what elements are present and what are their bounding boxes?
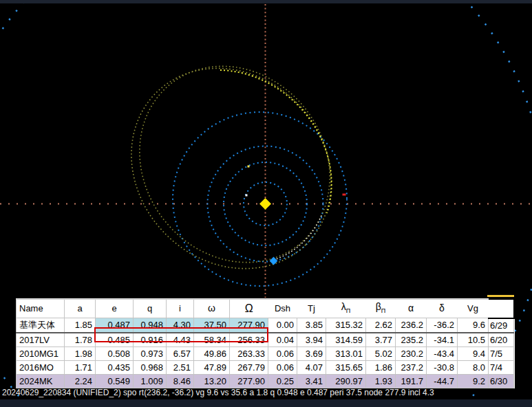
table-cell[interactable]: 3.94	[297, 333, 326, 347]
table-cell[interactable]: 49.86	[194, 346, 230, 360]
table-cell[interactable]: 6.57	[167, 346, 194, 360]
table-cell[interactable]: 10.5	[458, 333, 489, 347]
table-cell[interactable]: 0.973	[134, 346, 167, 360]
table-cell[interactable]: 3.41	[297, 374, 326, 388]
table-cell[interactable]: 277.90	[230, 374, 268, 388]
table-cell[interactable]: 0.485	[96, 333, 134, 347]
table-cell[interactable]: 1.71	[65, 360, 96, 374]
table-cell[interactable]: 9.4	[458, 346, 489, 360]
table-cell[interactable]: 0.549	[96, 374, 134, 388]
table-cell[interactable]: 0.06	[268, 346, 297, 360]
table-row: 基準天体1.850.4870.9484.3037.50277.900.003.8…	[17, 318, 514, 333]
orbit-elements-grid: Name a e q i ω Ω Dsh Tj λΠ βΠ α δ Vg	[16, 298, 515, 388]
col-header-omega-lower[interactable]: ω	[194, 299, 230, 318]
table-cell[interactable]: -44.7	[427, 374, 458, 388]
table-cell[interactable]: 0.25	[268, 374, 297, 388]
table-cell[interactable]: 2017LV	[17, 333, 65, 347]
table-cell[interactable]: 9.6	[458, 318, 489, 333]
table-cell[interactable]: 235.2	[396, 333, 427, 347]
table-cell[interactable]: 2024MK	[17, 374, 65, 388]
col-header-delta[interactable]: δ	[427, 299, 458, 318]
table-cell[interactable]: 230.2	[396, 346, 427, 360]
col-header-tj[interactable]: Tj	[297, 299, 326, 318]
table-cell[interactable]: -30.8	[427, 360, 458, 374]
table-cell[interactable]: 263.33	[230, 346, 268, 360]
col-header-vg[interactable]: Vg	[458, 299, 489, 318]
table-cell[interactable]: 7/5	[489, 346, 514, 360]
table-cell[interactable]: 2.51	[167, 360, 194, 374]
table-row: 2016MO1.710.4350.9682.5147.89267.790.064…	[17, 360, 514, 374]
table-cell[interactable]: 4.30	[167, 318, 194, 333]
table-cell[interactable]: 3.85	[297, 318, 326, 333]
table-cell[interactable]: -36.2	[427, 318, 458, 333]
col-header-beta-pi[interactable]: βΠ	[366, 299, 396, 318]
table-cell[interactable]: 237.2	[396, 360, 427, 374]
table-cell[interactable]: 314.59	[326, 333, 366, 347]
table-cell[interactable]: 4.43	[167, 333, 194, 347]
table-cell[interactable]: 1.78	[65, 333, 96, 347]
orbit-elements-table: Name a e q i ω Ω Dsh Tj λΠ βΠ α δ Vg	[16, 298, 513, 388]
table-cell[interactable]: 5.02	[366, 346, 396, 360]
table-cell[interactable]: 8.46	[167, 374, 194, 388]
table-cell[interactable]: 2.24	[65, 374, 96, 388]
status-bar: 20240629_220834 (UNIFIED_2) spo rt(236.2…	[0, 386, 532, 399]
table-cell[interactable]: 1.86	[366, 360, 396, 374]
table-cell[interactable]: 0.06	[268, 360, 297, 374]
table-cell[interactable]: 7/4	[489, 360, 514, 374]
table-body: 基準天体1.850.4870.9484.3037.50277.900.003.8…	[17, 318, 514, 388]
table-cell[interactable]: 3.69	[297, 346, 326, 360]
col-header-e[interactable]: e	[96, 299, 134, 318]
table-cell[interactable]: 315.65	[326, 360, 366, 374]
table-cell[interactable]: 0.508	[96, 346, 134, 360]
col-header-a[interactable]: a	[65, 299, 96, 318]
asteroid-orbit-2	[100, 28, 369, 301]
table-cell[interactable]: 37.50	[194, 318, 230, 333]
table-cell[interactable]: 256.33	[230, 333, 268, 347]
table-cell[interactable]: 2.62	[366, 318, 396, 333]
active-cell[interactable]	[489, 299, 514, 318]
table-cell[interactable]: 0.968	[134, 360, 167, 374]
table-cell[interactable]: 4.07	[297, 360, 326, 374]
col-header-lambda-pi[interactable]: λΠ	[326, 299, 366, 318]
table-cell[interactable]: 1.93	[366, 374, 396, 388]
table-cell[interactable]: -34.1	[427, 333, 458, 347]
table-cell[interactable]: 0.04	[268, 333, 297, 347]
table-cell[interactable]: 313.01	[326, 346, 366, 360]
table-cell[interactable]: 277.90	[230, 318, 268, 333]
col-header-alpha[interactable]: α	[396, 299, 427, 318]
col-header-i[interactable]: i	[167, 299, 194, 318]
table-cell[interactable]: 基準天体	[17, 318, 65, 333]
table-cell[interactable]: 236.2	[396, 318, 427, 333]
table-cell[interactable]: 1.98	[65, 346, 96, 360]
table-cell[interactable]: 1.85	[65, 318, 96, 333]
table-cell[interactable]: 6/30	[489, 374, 514, 388]
table-cell[interactable]: 8.0	[458, 360, 489, 374]
table-cell[interactable]: 6/20	[489, 333, 514, 347]
mars-marker	[343, 194, 346, 196]
table-cell[interactable]: 0.916	[134, 333, 167, 347]
table-cell[interactable]: 315.32	[326, 318, 366, 333]
table-cell[interactable]: 47.89	[194, 360, 230, 374]
table-cell[interactable]: 9.2	[458, 374, 489, 388]
table-cell[interactable]: -43.4	[427, 346, 458, 360]
table-cell[interactable]: 0.487	[96, 318, 134, 333]
table-cell[interactable]: 6/29	[489, 318, 514, 333]
sun-marker	[259, 198, 271, 210]
table-cell[interactable]: 1.009	[134, 374, 167, 388]
table-cell[interactable]: 0.435	[96, 360, 134, 374]
table-cell[interactable]: 2010MG1	[17, 346, 65, 360]
table-cell[interactable]: 13.20	[194, 374, 230, 388]
col-header-q[interactable]: q	[134, 299, 167, 318]
col-header-dsh[interactable]: Dsh	[268, 299, 297, 318]
table-cell[interactable]: 191.7	[396, 374, 427, 388]
table-cell[interactable]: 2016MO	[17, 360, 65, 374]
table-cell[interactable]: 58.34	[194, 333, 230, 347]
col-header-name[interactable]: Name	[17, 299, 65, 318]
table-cell[interactable]: 0.948	[134, 318, 167, 333]
table-cell[interactable]: 3.77	[366, 333, 396, 347]
top-bar	[0, 0, 532, 3]
table-cell[interactable]: 290.97	[326, 374, 366, 388]
table-cell[interactable]: 267.79	[230, 360, 268, 374]
table-cell[interactable]: 0.00	[268, 318, 297, 333]
col-header-omega-upper[interactable]: Ω	[230, 299, 268, 318]
